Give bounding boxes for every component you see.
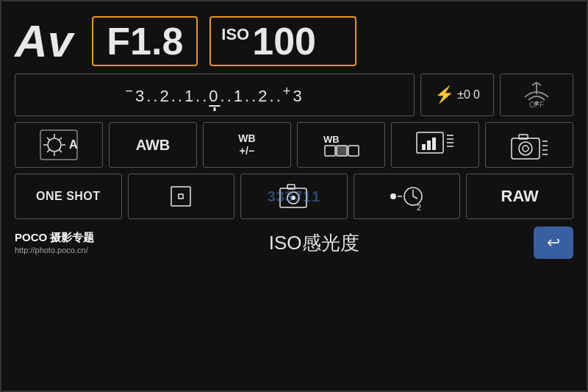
svg-line-12 [60, 150, 62, 153]
svg-text:WB: WB [323, 134, 340, 145]
exposure-bar[interactable]: −3..2..1..0..1..2..+3 [15, 74, 415, 116]
svg-text:A: A [69, 138, 78, 151]
flash-pm: ±0 [457, 88, 470, 101]
svg-line-13 [60, 138, 62, 140]
iso-title: ISO感光度 [94, 230, 534, 256]
svg-point-6 [48, 138, 61, 152]
svg-point-31 [523, 146, 528, 152]
wb-bracket-icon: WB [322, 128, 360, 162]
camera-settings-box[interactable] [485, 122, 573, 168]
svg-rect-20 [337, 146, 347, 156]
live-view-box[interactable] [240, 174, 348, 219]
svg-rect-22 [422, 144, 426, 150]
svg-rect-24 [432, 138, 436, 150]
poco-url: http://photo.poco.cn/ [15, 245, 94, 256]
awb-label: AWB [136, 137, 171, 154]
iso-label: ISO [221, 25, 249, 44]
poco-brand: POCO 摄影专题 [15, 229, 94, 245]
af-display-icon [415, 128, 456, 162]
flash-value: 0 [473, 88, 480, 101]
wb-shift-label: WB+/− [238, 132, 255, 157]
svg-rect-19 [348, 146, 359, 156]
self-timer-icon: 2 [389, 179, 426, 213]
svg-line-47 [413, 196, 417, 199]
af-point-box[interactable] [128, 174, 235, 219]
svg-text:2: 2 [417, 203, 421, 212]
metering-icon: A [38, 128, 79, 162]
poco-logo: POCO 摄影专题 http://photo.poco.cn/ [15, 229, 94, 256]
af-display-box[interactable] [391, 122, 479, 168]
aperture-box[interactable]: F1.8 [92, 16, 198, 66]
one-shot-box[interactable]: ONE SHOT [15, 174, 122, 219]
svg-rect-17 [325, 146, 335, 156]
live-view-icon [277, 179, 311, 213]
camera-settings-icon [509, 128, 550, 162]
svg-rect-37 [171, 187, 190, 206]
iso-value: 100 [252, 22, 316, 60]
flash-box[interactable]: ⚡ ±0 0 [420, 74, 494, 116]
wb-bracket-box[interactable]: WB [297, 122, 385, 168]
top-row: Av F1.8 ISO 100 [15, 16, 573, 66]
wifi-box[interactable]: OFF [500, 74, 573, 116]
mode-label: Av [15, 18, 73, 64]
svg-text:OFF: OFF [529, 101, 544, 107]
svg-point-41 [291, 196, 295, 200]
bottom-row: POCO 摄影专题 http://photo.poco.cn/ ISO感光度 ↩ [15, 227, 573, 259]
raw-box[interactable]: RAW [466, 174, 573, 219]
svg-point-30 [519, 142, 532, 155]
one-shot-label: ONE SHOT [36, 190, 101, 203]
fourth-row: ONE SHOT [15, 174, 573, 219]
self-timer-box[interactable]: 2 [354, 174, 461, 219]
third-row: A AWB WB+/− WB [15, 122, 573, 168]
exposure-indicator [214, 107, 216, 111]
af-point-icon [164, 179, 198, 213]
svg-line-14 [47, 150, 50, 153]
iso-box[interactable]: ISO 100 [209, 16, 356, 66]
svg-rect-38 [179, 194, 183, 199]
metering-box[interactable]: A [15, 122, 103, 168]
second-row: −3..2..1..0..1..2..+3 ⚡ ±0 0 [15, 74, 573, 116]
back-button[interactable]: ↩ [534, 227, 573, 259]
svg-rect-29 [512, 138, 539, 159]
awb-box[interactable]: AWB [109, 122, 197, 168]
flash-icon: ⚡ [434, 85, 454, 104]
camera-screen: 333711 Av F1.8 ISO 100 −3..2..1..0..1..2… [0, 0, 588, 392]
wifi-icon: OFF [522, 81, 551, 110]
svg-line-11 [47, 138, 50, 140]
svg-point-43 [390, 193, 396, 199]
wb-shift-box[interactable]: WB+/− [203, 122, 291, 168]
raw-label: RAW [501, 187, 539, 206]
svg-rect-23 [427, 140, 431, 150]
exposure-scale: −3..2..1..0..1..2..+3 [125, 83, 304, 106]
